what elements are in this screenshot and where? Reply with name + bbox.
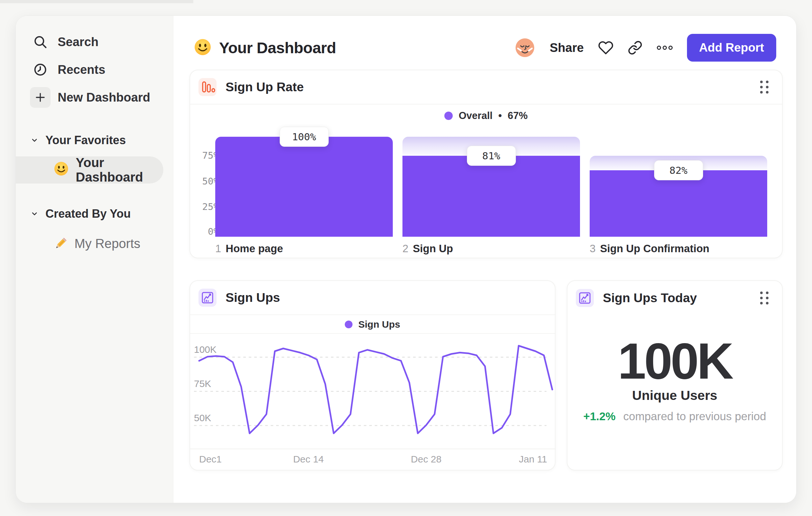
signup-rate-card: Sign Up Rate Overall • 67% 75% 50% (190, 70, 783, 258)
legend-series-value: 67% (508, 110, 527, 121)
app-window: Search Recents New Dashboard (16, 16, 796, 503)
funnel-legend: Overall • 67% (190, 106, 782, 125)
legend-dot (345, 321, 352, 328)
section-header-label: Created By You (46, 207, 131, 221)
search-icon (30, 32, 51, 52)
line-chart-icon (576, 289, 594, 307)
title-group: Your Dashboard (194, 38, 336, 57)
bar-value-tooltip: 82% (654, 160, 703, 180)
bar-solid-fill (215, 137, 393, 237)
clock-icon (30, 59, 51, 80)
sidebar-item-label: Search (58, 35, 98, 49)
category-index: 1 (215, 243, 221, 255)
avatar[interactable] (514, 37, 535, 58)
drag-handle-icon[interactable] (759, 79, 770, 95)
x-axis-ticks: Dec1 Dec 14 Dec 28 Jan 11 (190, 454, 555, 468)
legend-series-name: Sign Ups (358, 319, 400, 330)
background-tab-strip (0, 0, 193, 3)
category-name: Home page (226, 243, 283, 255)
funnel-bar-home-page: 100% (215, 132, 393, 237)
section-header-label: Your Favorites (46, 134, 126, 147)
share-button[interactable]: Share (550, 41, 584, 55)
sidebar: Search Recents New Dashboard (16, 16, 173, 503)
favorites-section-header[interactable]: Your Favorites (16, 131, 173, 149)
x-axis-line (190, 449, 555, 449)
sidebar-item-recents[interactable]: Recents (16, 56, 173, 84)
signup-rate-card-header: Sign Up Rate (190, 70, 782, 105)
category-index: 2 (402, 243, 408, 255)
bar-value-tooltip: 81% (467, 146, 516, 166)
created-section-header[interactable]: Created By You (16, 205, 173, 223)
sidebar-item-my-reports[interactable]: My Reports (16, 230, 173, 256)
card-title: Sign Ups (226, 291, 280, 305)
add-report-button[interactable]: Add Report (687, 34, 776, 62)
line-plot: 100K 75K 50K (190, 336, 555, 449)
card-title: Sign Ups Today (603, 291, 697, 305)
signups-line-path (199, 346, 552, 433)
bar-value-tooltip: 100% (280, 127, 329, 147)
category-name: Sign Up Confirmation (600, 243, 709, 255)
signups-card: Sign Ups Sign Ups 100K 75K 50K Dec1 (190, 280, 555, 470)
stat-value: 100K (568, 332, 782, 390)
stat-delta-value: +1.2% (583, 410, 615, 423)
sidebar-item-your-dashboard-active[interactable]: Your Dashboard (16, 156, 163, 184)
page-title: Your Dashboard (219, 39, 336, 57)
funnel-bar-sign-up: 81% (402, 132, 580, 237)
x-axis-tick: Dec 14 (293, 454, 324, 465)
x-axis-tick: Dec1 (199, 454, 222, 465)
stat-delta-row: +1.2% compared to previous period (568, 410, 782, 423)
favorite-heart-icon[interactable] (598, 40, 613, 55)
sidebar-section-favorites: Your Favorites Your Dashboard (16, 131, 173, 184)
category-label: 2 Sign Up (402, 243, 580, 255)
main-content: Your Dashboard Share (173, 16, 796, 503)
sidebar-item-label: Your Dashboard (76, 156, 163, 185)
drag-handle-icon[interactable] (759, 290, 770, 306)
sidebar-section-created: Created By You My Reports (16, 205, 173, 256)
funnel-bar-sign-up-confirmation: 82% (590, 132, 767, 237)
funnel-category-labels: 1 Home page 2 Sign Up 3 Sign Up Confirma… (215, 243, 767, 255)
sidebar-item-label: My Reports (75, 236, 141, 251)
line-legend: Sign Ups (190, 316, 555, 334)
more-options-icon[interactable] (657, 45, 673, 51)
sidebar-item-label: Recents (58, 63, 105, 77)
chevron-down-icon (31, 134, 38, 147)
bar-chart-icon (199, 78, 216, 96)
legend-separator: • (498, 110, 502, 121)
signups-today-card: Sign Ups Today 100K Unique Users +1.2% c… (567, 280, 783, 470)
sidebar-item-new-dashboard[interactable]: New Dashboard (16, 84, 173, 111)
sidebar-item-label: New Dashboard (58, 91, 150, 105)
chevron-down-icon (31, 207, 38, 221)
signups-line-chart[interactable] (199, 336, 552, 449)
stat-label: Unique Users (568, 388, 782, 403)
pencil-emoji-icon (54, 235, 68, 252)
main-header: Your Dashboard Share (173, 16, 796, 71)
smiley-emoji-icon (54, 161, 69, 179)
signups-today-card-header: Sign Ups Today (568, 281, 782, 315)
category-label: 1 Home page (215, 243, 393, 255)
category-label: 3 Sign Up Confirmation (590, 243, 767, 255)
card-title: Sign Up Rate (226, 80, 304, 94)
line-chart-icon (199, 289, 216, 307)
x-axis-tick: Dec 28 (411, 454, 441, 465)
stat-delta-caption: compared to previous period (623, 410, 766, 423)
plus-icon (30, 87, 51, 108)
bar-solid-fill (402, 156, 580, 237)
x-axis-tick: Jan 11 (519, 454, 547, 465)
sidebar-item-search[interactable]: Search (16, 28, 173, 56)
header-actions: Share Add Report (514, 34, 776, 62)
legend-dot (444, 112, 453, 120)
legend-series-name: Overall (459, 110, 492, 121)
category-name: Sign Up (413, 243, 453, 255)
bar-segment[interactable] (215, 137, 393, 237)
funnel-bars: 100% 81% 82% (215, 132, 767, 237)
copy-link-icon[interactable] (628, 40, 642, 55)
category-index: 3 (590, 243, 596, 255)
smiley-emoji-icon (194, 38, 211, 57)
signups-card-header: Sign Ups (190, 281, 555, 315)
funnel-plot: 75% 50% 25% 0% 100% (190, 132, 767, 237)
